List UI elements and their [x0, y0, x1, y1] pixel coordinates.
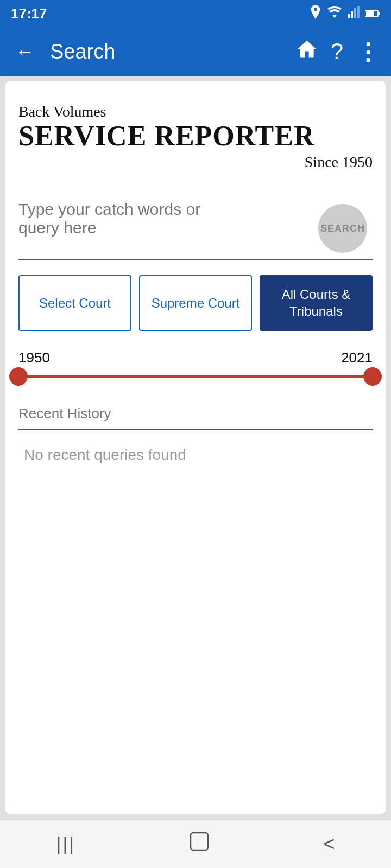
- recents-nav-button[interactable]: |||: [56, 833, 76, 854]
- page-title: Search: [50, 40, 286, 63]
- select-court-button[interactable]: Select Court: [18, 275, 131, 330]
- status-time: 17:17: [11, 5, 47, 22]
- battery-icon: [365, 6, 380, 21]
- back-nav-button[interactable]: <: [323, 833, 335, 856]
- svg-rect-7: [191, 833, 208, 850]
- search-button[interactable]: SEARCH: [318, 204, 367, 253]
- bottom-nav: ||| <: [0, 819, 391, 868]
- svg-rect-6: [379, 12, 380, 15]
- app-bar: ← Search ? ⋮: [0, 27, 391, 76]
- location-icon: [310, 5, 321, 22]
- no-history-message: No recent queries found: [18, 430, 373, 480]
- logo-subtitle: Back Volumes: [18, 103, 373, 120]
- svg-rect-2: [354, 8, 356, 18]
- slider-thumb-right[interactable]: [363, 367, 382, 386]
- signal-icon: [348, 6, 360, 21]
- search-area: SEARCH: [18, 195, 373, 262]
- logo-area: Back Volumes SERVICE REPORTER Since 1950: [18, 98, 373, 171]
- status-icons: [310, 5, 380, 22]
- svg-rect-1: [351, 11, 353, 18]
- supreme-court-button[interactable]: Supreme Court: [139, 275, 252, 330]
- slider-thumb-left[interactable]: [9, 367, 28, 386]
- slider-track[interactable]: [18, 375, 373, 378]
- more-options-icon[interactable]: ⋮: [356, 39, 380, 65]
- logo-since: Since 1950: [18, 154, 373, 171]
- year-range-slider: 1950 2021: [18, 344, 373, 392]
- svg-rect-0: [348, 14, 350, 18]
- recent-history-section: Recent History No recent queries found: [18, 405, 373, 480]
- svg-rect-5: [366, 11, 374, 16]
- help-icon[interactable]: ?: [331, 39, 343, 65]
- status-bar: 17:17: [0, 0, 391, 27]
- court-buttons-group: Select Court Supreme Court All Courts & …: [18, 275, 373, 330]
- wifi-icon: [327, 6, 342, 21]
- home-icon[interactable]: [297, 40, 318, 64]
- back-button[interactable]: ←: [11, 36, 39, 67]
- year-max-label: 2021: [341, 349, 373, 366]
- recent-history-label: Recent History: [18, 405, 373, 430]
- logo-title: SERVICE REPORTER: [18, 120, 373, 151]
- action-icons: ? ⋮: [297, 39, 380, 65]
- home-nav-button[interactable]: [188, 830, 211, 858]
- year-min-label: 1950: [18, 349, 50, 366]
- all-courts-button[interactable]: All Courts & Tribunals: [260, 275, 373, 330]
- year-labels: 1950 2021: [18, 349, 373, 366]
- svg-rect-3: [357, 6, 360, 18]
- main-content-card: Back Volumes SERVICE REPORTER Since 1950…: [5, 81, 386, 814]
